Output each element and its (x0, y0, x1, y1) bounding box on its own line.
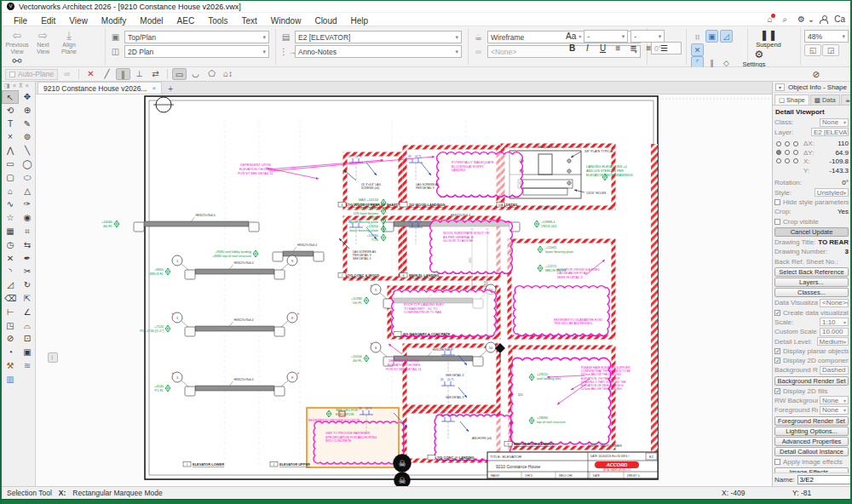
clip-tool[interactable]: ◳ (2, 319, 19, 333)
zoom-tool[interactable]: ⊕ (19, 104, 36, 117)
oi-check-create-data-visualization-legend[interactable]: ✓Create data visualization legend (774, 308, 849, 318)
oi-button-advanced-properties[interactable]: Advanced Properties (774, 437, 849, 446)
floating-palette-icon[interactable]: ⠇ (48, 352, 58, 363)
oi-button-layers-[interactable]: Layers... (774, 278, 849, 287)
arc-tool[interactable]: △ (19, 185, 36, 198)
align-center-button[interactable]: ≣ (627, 43, 640, 53)
visibility-off-icon[interactable]: ⊘ (813, 70, 820, 79)
trim-tool[interactable]: ✕ (2, 252, 19, 266)
rotate2-tool[interactable]: ↻ (19, 278, 36, 292)
mode-axis-icon[interactable]: ⟂ (132, 68, 147, 80)
oi-check-crop-visible[interactable]: Crop visible (774, 217, 849, 226)
pen-tool[interactable]: ✒ (19, 252, 36, 266)
oi-button-foreground-render-set[interactable]: Foreground Render Set (774, 416, 849, 426)
rectangular-marquee-mode-icon[interactable]: ▭ (172, 68, 187, 80)
menu-cloud[interactable]: Cloud (308, 16, 343, 26)
panel-menu-icon[interactable]: ▾ (775, 83, 785, 91)
name-input[interactable] (797, 475, 850, 484)
auto-plane-checkbox[interactable] (9, 72, 15, 77)
menu-modify[interactable]: Modify (95, 16, 133, 26)
fit-objects-button[interactable]: ◱ (804, 44, 821, 56)
eraser-tool[interactable]: ⌫ (2, 292, 19, 306)
oi-check-display-2d-components[interactable]: ✓Display 2D components (774, 356, 849, 365)
oi-button-background-render-set[interactable]: Background Render Set (774, 376, 849, 386)
align-right-button[interactable]: ≡ (642, 43, 655, 53)
menu-edit[interactable]: Edit (34, 16, 62, 26)
stair-tool[interactable]: ≋ (19, 359, 36, 373)
rectangle-tool[interactable]: ▭ (2, 158, 19, 171)
angle-tool[interactable]: ∠ (19, 306, 36, 319)
align-plane-button[interactable]: ⤓Align Plane (57, 29, 81, 54)
oi-button-detail-callout-instance[interactable]: Detail Callout Instance (774, 447, 849, 456)
fillet-tool[interactable]: ◝ (2, 265, 19, 278)
palette-header-icon-2[interactable]: ⊼ (19, 83, 23, 89)
account-avatar[interactable] (820, 15, 827, 23)
similar-select-tool[interactable]: ◉ (19, 211, 36, 225)
home-icon[interactable]: ⌂ (762, 14, 777, 24)
chamfer-tool[interactable]: ◿ (2, 278, 19, 292)
menu-window[interactable]: Window (264, 16, 308, 26)
hammer-tool[interactable]: ⚒ (2, 359, 19, 373)
image-tool[interactable]: ▦ (2, 225, 19, 238)
view-mode-select[interactable]: Top/Plan▾ (124, 31, 269, 43)
mode-pushpull-icon[interactable]: ⇄ (148, 68, 163, 80)
search-icon[interactable]: ⌕ (777, 14, 792, 25)
font-style-icon[interactable]: Aa (566, 32, 576, 41)
drawing-canvas[interactable]: 10031219HSS127x76x6.4+140604th FLHSS127x… (36, 94, 772, 486)
cart-tool[interactable]: ⌗ (19, 225, 36, 238)
menu-view[interactable]: View (62, 16, 95, 26)
mode-single-select-icon[interactable]: ╱ (100, 68, 114, 80)
circle-tool[interactable]: ◯ (19, 158, 36, 171)
snap-angle-toggle[interactable]: ◿ (720, 30, 733, 43)
bold-button[interactable]: B (566, 43, 579, 53)
line-tool[interactable]: ╲ (19, 144, 36, 158)
oval-tool[interactable]: ⬭ (19, 171, 36, 185)
rotate-tool[interactable]: ◷ (2, 238, 19, 252)
rounded-rect-tool[interactable]: ▢ (2, 171, 19, 185)
auto-plane-toggle[interactable]: Auto-Plane (5, 69, 58, 80)
tab-close-icon[interactable]: × (152, 84, 156, 92)
palette-header-icon-0[interactable]: ◨ (4, 83, 10, 89)
palette-header-icon-3[interactable]: × (26, 83, 29, 89)
menu-text[interactable]: Text (234, 16, 263, 26)
pan-tool[interactable]: ✥ (19, 90, 36, 104)
protractor-tool[interactable]: ◔ (2, 346, 19, 359)
canopy-tool[interactable]: ⌓ (19, 319, 36, 333)
polygon-tool[interactable]: ⌂ (2, 185, 19, 198)
layer-select[interactable]: E2 [ELEVATOR]▾ (295, 31, 462, 43)
lasso-mode-icon[interactable]: ◡ (188, 68, 203, 80)
flyover-tool[interactable]: ⟲ (2, 104, 19, 117)
eyedropper-tool[interactable]: ✑ (19, 198, 36, 211)
center-mark-tool[interactable]: ⇆ (19, 238, 36, 252)
mode-multiple-select-icon[interactable]: ∥ (116, 68, 130, 80)
position-anchor-widget[interactable]: ΔX:110ΔY:64.9X:-109.8Y:-143.3 (774, 137, 849, 178)
symbol-tool[interactable]: ⊚ (19, 130, 36, 144)
next-view-button[interactable]: ⇨Next View (32, 29, 55, 54)
zoom-level-select[interactable]: 48%▾ (804, 30, 849, 43)
snap-grid-toggle[interactable]: ⁝⁝ (691, 31, 704, 43)
hatch-tool[interactable]: ▥ (2, 373, 19, 387)
text-tool[interactable]: T (2, 117, 19, 131)
align-justify-button[interactable]: ☰ (658, 43, 671, 53)
split-tool[interactable]: ✂ (19, 265, 36, 278)
wand-tool[interactable]: ☆ (2, 211, 19, 225)
polygon-marquee-mode-icon[interactable]: ⬠ (204, 68, 219, 80)
resize-tool[interactable]: ⊢ (2, 306, 19, 319)
oi-check-display-2d-fills[interactable]: ✓Display 2D fills (774, 387, 849, 396)
plan-mode-select[interactable]: 2D Plan▾ (124, 45, 269, 58)
oi-button-cancel-update[interactable]: Cancel Update (774, 227, 849, 237)
italic-button[interactable]: I (581, 43, 594, 53)
move-tool[interactable]: ⇱ (19, 292, 36, 306)
font-name-select[interactable]: -▾ (584, 30, 628, 43)
viewport-tool[interactable]: ▣ (19, 346, 36, 359)
font-size-select[interactable]: -▾ (630, 30, 665, 43)
oi-check-hide-style-parameters[interactable]: Hide style parameters (774, 198, 849, 207)
account-name[interactable]: Ca (829, 14, 850, 24)
freehand-tool[interactable]: ∿ (2, 198, 19, 211)
fit-page-button[interactable]: ◲ (822, 44, 839, 56)
mirror-tool[interactable]: ⋀ (2, 144, 19, 158)
oi-button-classes-[interactable]: Classes... (774, 288, 849, 297)
blank[interactable] (19, 373, 36, 387)
new-tab-button[interactable]: + (162, 84, 179, 94)
menu-aec[interactable]: AEC (170, 16, 202, 26)
